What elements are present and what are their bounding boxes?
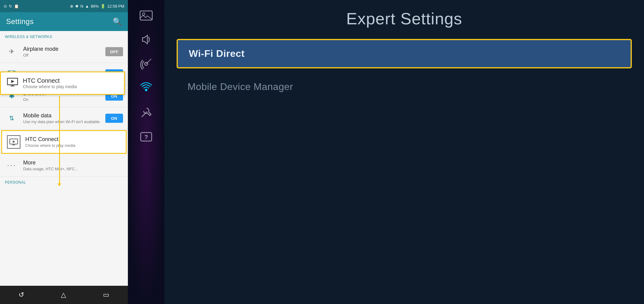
htc-connect-desc: Choose where to play media bbox=[25, 143, 121, 148]
status-bar-right: ⊕ ✱ N ▲ 86% 🔋 12:58 PM bbox=[70, 4, 124, 9]
help-icon[interactable]: ? bbox=[137, 128, 155, 146]
settings-header: Settings 🔍 bbox=[0, 12, 128, 31]
search-icon[interactable]: 🔍 bbox=[113, 17, 122, 26]
app-icon-2: ↻ bbox=[9, 4, 12, 9]
gallery-icon[interactable] bbox=[137, 6, 155, 24]
app-icon-1: ⊙ bbox=[4, 4, 7, 9]
mobile-device-manager-item[interactable]: Mobile Device Manager bbox=[177, 73, 632, 100]
airplane-mode-desc: Off bbox=[23, 53, 105, 57]
tools-icon[interactable] bbox=[137, 103, 155, 122]
airplane-icon: ✈ bbox=[5, 45, 18, 58]
speaker-icon[interactable] bbox=[137, 30, 155, 49]
mobile-data-toggle[interactable]: ON bbox=[105, 114, 123, 123]
wifi-direct-label: Wi-Fi Direct bbox=[189, 48, 620, 59]
htc-connect-name: HTC Connect bbox=[25, 136, 121, 143]
bluetooth-name: Bluetooth bbox=[23, 90, 105, 97]
airplane-mode-item[interactable]: ✈ Airplane mode Off OFF bbox=[0, 41, 128, 63]
nfc-icon: N bbox=[80, 4, 83, 9]
satellite-icon[interactable] bbox=[137, 55, 155, 73]
wifi-item[interactable]: Wi-Fi ON bbox=[0, 63, 128, 85]
recent-apps-icon[interactable]: ▭ bbox=[103, 291, 109, 299]
personal-section-label: PERSONAL bbox=[0, 177, 128, 186]
signal-icon: ▲ bbox=[85, 4, 89, 9]
htc-connect-icon bbox=[7, 135, 20, 149]
app-icon-3: 📋 bbox=[14, 4, 19, 9]
wifi-name: Wi-Fi bbox=[23, 71, 105, 77]
more-name: More bbox=[23, 160, 123, 166]
location-icon: ⊕ bbox=[70, 4, 73, 9]
settings-list: ✈ Airplane mode Off OFF Wi-Fi ON bbox=[0, 41, 128, 286]
wireless-networks-section-label: WIRELESS & NETWORKS bbox=[0, 31, 128, 41]
svg-point-5 bbox=[143, 13, 145, 15]
wifi-toggle[interactable]: ON bbox=[105, 69, 123, 78]
more-text: More Data usage, HTC Mini+, NFC... bbox=[23, 160, 123, 171]
mobile-data-text: Mobile data Use my data plan when Wi-Fi … bbox=[23, 112, 105, 124]
mobile-device-manager-label: Mobile Device Manager bbox=[188, 81, 621, 92]
settings-panel: ⊙ ↻ 📋 ⊕ ✱ N ▲ 86% 🔋 12:58 PM Settings 🔍 … bbox=[0, 0, 128, 304]
more-item[interactable]: • • • More Data usage, HTC Mini+, NFC... bbox=[0, 154, 128, 177]
clock: 12:58 PM bbox=[107, 4, 124, 9]
mobile-data-name: Mobile data bbox=[23, 112, 105, 119]
airplane-mode-toggle[interactable]: OFF bbox=[105, 47, 123, 56]
broadcast-icon[interactable] bbox=[137, 79, 155, 97]
more-desc: Data usage, HTC Mini+, NFC... bbox=[23, 167, 123, 171]
airplane-mode-name: Airplane mode bbox=[23, 46, 105, 52]
wifi-text: Wi-Fi bbox=[23, 71, 105, 77]
mobile-data-item[interactable]: ⇅ Mobile data Use my data plan when Wi-F… bbox=[0, 107, 128, 130]
back-icon[interactable]: ↺ bbox=[19, 291, 24, 299]
svg-rect-4 bbox=[140, 11, 152, 20]
bluetooth-status-icon: ✱ bbox=[75, 4, 79, 9]
wifi-icon bbox=[5, 67, 18, 81]
battery-icon: 🔋 bbox=[100, 4, 105, 9]
htc-connect-text: HTC Connect Choose where to play media bbox=[25, 136, 121, 148]
bluetooth-desc: On bbox=[23, 97, 105, 102]
media-sidebar: ? bbox=[128, 0, 164, 304]
expert-settings-title: Expert Settings bbox=[177, 9, 632, 28]
bluetooth-icon: ✱ bbox=[5, 89, 18, 103]
status-bar-left: ⊙ ↻ 📋 bbox=[4, 4, 19, 9]
more-icon: • • • bbox=[5, 159, 18, 172]
bluetooth-toggle[interactable]: ON bbox=[105, 92, 123, 101]
nav-bar: ↺ △ ▭ bbox=[0, 286, 128, 304]
svg-point-7 bbox=[145, 89, 147, 91]
bluetooth-text: Bluetooth On bbox=[23, 90, 105, 102]
htc-connect-item[interactable]: HTC Connect Choose where to play media bbox=[1, 130, 127, 154]
bluetooth-item[interactable]: ✱ Bluetooth On ON bbox=[0, 85, 128, 107]
svg-marker-1 bbox=[13, 140, 15, 143]
status-bar: ⊙ ↻ 📋 ⊕ ✱ N ▲ 86% 🔋 12:58 PM bbox=[0, 0, 128, 12]
battery-percent: 86% bbox=[91, 4, 99, 9]
home-icon[interactable]: △ bbox=[61, 291, 66, 299]
svg-text:?: ? bbox=[144, 134, 148, 140]
mobile-data-desc: Use my data plan when Wi-Fi isn't availa… bbox=[23, 119, 105, 124]
airplane-mode-text: Airplane mode Off bbox=[23, 46, 105, 57]
settings-title: Settings bbox=[6, 17, 34, 26]
mobile-data-icon: ⇅ bbox=[5, 112, 18, 125]
wifi-direct-item[interactable]: Wi-Fi Direct bbox=[177, 39, 632, 68]
expert-settings-panel: Expert Settings Wi-Fi Direct Mobile Devi… bbox=[164, 0, 644, 304]
